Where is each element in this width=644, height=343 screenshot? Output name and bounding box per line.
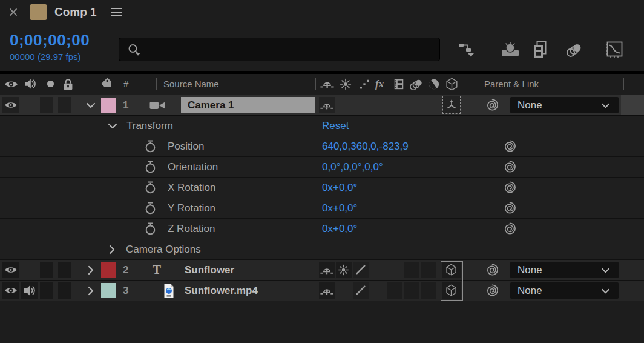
parent-value: None [518,282,542,299]
draft-3d-icon[interactable] [501,42,520,58]
frame-blending-icon[interactable] [532,41,549,59]
motion-blur-toggle[interactable] [404,282,419,299]
quality-toggle[interactable] [353,282,369,299]
shy-toggle[interactable] [319,262,335,278]
property-pickwhip-icon[interactable] [502,159,518,175]
comp-color-swatch [30,4,47,20]
parent-value: None [518,97,542,113]
shy-toggle[interactable] [319,97,335,113]
video-column-icon[interactable] [4,80,18,88]
property-value[interactable]: 640,0,360,0,-823,9 [322,136,409,156]
property-pickwhip-icon[interactable] [502,139,518,154]
label-swatch[interactable] [101,98,116,113]
move-arrows-icon[interactable] [442,96,461,114]
lock-column-icon[interactable] [62,78,74,91]
parent-dropdown[interactable]: None [510,282,619,299]
reset-link[interactable]: Reset [322,116,349,136]
search-input[interactable] [146,41,433,59]
solo-toggle[interactable] [40,262,53,278]
search-icon[interactable] [126,42,142,58]
property-row-position[interactable]: Position 640,0,360,0,-823,9 [0,136,644,157]
motion-blur-toggle[interactable] [404,262,419,278]
audio-toggle[interactable] [21,282,38,299]
property-pickwhip-icon[interactable] [502,201,518,216]
collapse-transformations-column-icon[interactable] [340,78,352,90]
source-name-column-header[interactable]: Source Name [163,74,219,95]
quality-toggle[interactable] [353,262,369,278]
graph-editor-icon[interactable] [605,41,623,58]
audio-column-icon[interactable] [24,78,36,90]
lock-toggle[interactable] [58,97,71,113]
solo-toggle[interactable] [40,282,53,299]
property-value[interactable]: 0x+0,0° [322,198,357,218]
parent-link-column-header[interactable]: Parent & Link [484,74,539,95]
layer-number-column-header[interactable]: # [123,74,128,95]
expand-group-icon[interactable] [109,245,115,255]
frame-blend-toggle[interactable] [387,282,402,299]
property-value[interactable]: 0,0°,0,0°,0,0° [322,157,383,177]
search-box [119,38,440,61]
adjustment-layer-toggle[interactable] [421,282,436,299]
layer-number: 1 [123,95,128,115]
video-toggle[interactable] [2,97,19,113]
stopwatch-icon[interactable] [144,201,157,215]
video-toggle[interactable] [2,262,19,278]
property-label: X Rotation [168,178,215,198]
property-row-z-rotation[interactable]: Z Rotation 0x+0,0° [0,219,644,239]
layer-row-sunflower-mp4[interactable]: 3 Sunflower.mp4 None [0,281,644,301]
motion-blur-icon[interactable] [565,43,583,58]
property-pickwhip-icon[interactable] [502,180,518,195]
property-pickwhip-icon[interactable] [502,221,518,236]
solo-column-icon[interactable] [47,80,54,88]
property-value[interactable]: 0x+0,0° [322,219,357,239]
video-toggle[interactable] [2,282,19,299]
current-timecode[interactable]: 0;00;00;00 [10,31,90,50]
collapse-group-icon[interactable] [108,123,117,129]
parent-pickwhip-icon[interactable] [485,262,500,278]
close-tab-icon[interactable] [9,8,18,16]
label-column-icon[interactable] [100,78,114,91]
3d-layer-toggle[interactable] [442,282,461,299]
parent-pickwhip-icon[interactable] [485,283,500,298]
effects-column-header[interactable]: fx [375,74,384,95]
timeline-panel: Comp 1 0;00;00;00 00000 (29.97 fps) # [0,0,644,343]
expand-layer-icon[interactable] [88,286,94,296]
property-row-y-rotation[interactable]: Y Rotation 0x+0,0° [0,198,644,219]
frame-blend-column-icon[interactable] [393,78,405,90]
motion-blur-column-icon[interactable] [409,79,424,91]
panel-menu-icon[interactable] [111,8,122,16]
parent-dropdown[interactable]: None [510,97,619,113]
tab-title[interactable]: Comp 1 [54,0,97,24]
layer-name-edit[interactable]: Camera 1 [181,97,315,113]
stopwatch-icon[interactable] [144,160,157,174]
stopwatch-icon[interactable] [144,181,157,195]
3d-layer-column-icon[interactable] [445,78,458,92]
quality-column-icon[interactable] [358,78,370,90]
layer-row-sunflower-text[interactable]: 2 T Sunflower None [0,260,644,281]
layer-row-camera[interactable]: 1 Camera 1 None [0,95,644,116]
parent-pickwhip-icon[interactable] [485,98,500,113]
layer-number: 2 [123,260,128,280]
adjustment-layer-toggle[interactable] [421,262,436,278]
collapse-layer-icon[interactable] [86,102,96,108]
parent-dropdown[interactable]: None [510,262,619,278]
expand-layer-icon[interactable] [88,265,94,275]
transform-group-row[interactable]: Transform Reset [0,116,644,136]
solo-toggle[interactable] [40,97,53,113]
label-swatch[interactable] [101,283,116,298]
lock-toggle[interactable] [58,262,71,278]
camera-options-row[interactable]: Camera Options [0,239,644,260]
stopwatch-icon[interactable] [144,222,157,236]
3d-layer-toggle[interactable] [442,262,461,278]
property-row-orientation[interactable]: Orientation 0,0°,0,0°,0,0° [0,157,644,178]
property-value[interactable]: 0x+0,0° [322,178,357,198]
stopwatch-icon[interactable] [144,139,157,153]
label-swatch[interactable] [101,262,116,278]
collapse-transformations-toggle[interactable] [336,262,352,278]
adjustment-layer-column-icon[interactable] [428,78,440,90]
shy-toggle[interactable] [319,282,335,299]
shy-column-icon[interactable] [320,79,334,88]
mini-flowchart-icon[interactable] [458,41,477,58]
lock-toggle[interactable] [58,282,71,299]
property-row-x-rotation[interactable]: X Rotation 0x+0,0° [0,178,644,198]
